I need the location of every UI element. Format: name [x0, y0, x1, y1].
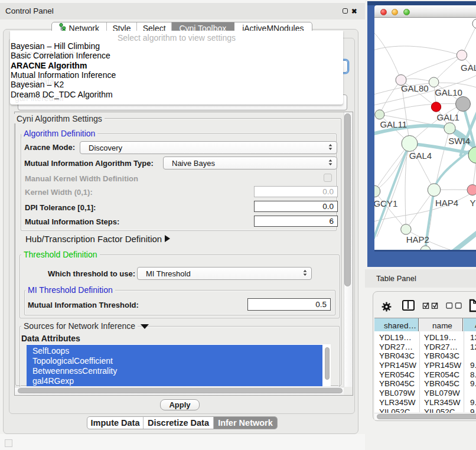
svg-text:HAP2: HAP2: [406, 234, 429, 244]
svg-text:GAL: GAL: [461, 63, 476, 73]
svg-text:HAP4: HAP4: [435, 198, 458, 208]
svg-text:YM: YM: [470, 198, 476, 208]
svg-text:GCY1: GCY1: [374, 198, 397, 208]
svg-text:GAL4: GAL4: [409, 151, 432, 161]
svg-text:SWI4: SWI4: [448, 136, 470, 146]
svg-text:GAL10: GAL10: [435, 87, 462, 97]
svg-text:GAL1: GAL1: [437, 112, 459, 122]
svg-text:GAL11: GAL11: [380, 119, 407, 129]
svg-text:GAL80: GAL80: [401, 83, 429, 93]
